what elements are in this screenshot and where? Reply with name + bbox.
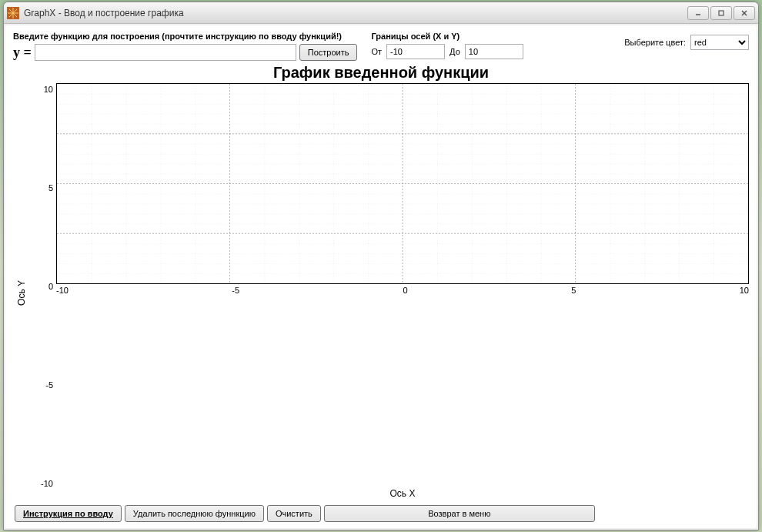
from-label: От [371, 47, 382, 56]
x-tick: 0 [403, 286, 408, 485]
x-axis-label: Ось X [56, 488, 749, 499]
y-tick: 0 [48, 282, 53, 291]
axis-block: Границы осей (X и Y) От До [371, 32, 523, 59]
x-tick: -10 [56, 286, 69, 485]
x-tick: 5 [571, 286, 576, 485]
footer-buttons: Инструкция по вводу Удалить последнюю фу… [13, 502, 749, 524]
y-tick-labels: 10 5 0 -5 -10 [28, 85, 56, 488]
window-title: GraphX - Ввод и построение графика [24, 8, 184, 18]
build-button[interactable]: Построить [299, 44, 358, 61]
x-tick-labels: -10 -5 0 5 10 [56, 284, 749, 487]
instructions-button[interactable]: Инструкция по вводу [15, 505, 122, 522]
delete-last-button[interactable]: Удалить последнюю фуннкцию [125, 505, 264, 522]
y-equals-label: y = [13, 45, 32, 61]
chart-title: График введенной функции [13, 64, 749, 82]
svg-rect-5 [719, 11, 724, 15]
y-tick: -10 [41, 479, 53, 488]
to-label: До [450, 47, 460, 56]
function-input[interactable] [35, 44, 296, 61]
minimize-button[interactable] [687, 6, 709, 20]
clear-button[interactable]: Очистить [267, 505, 321, 522]
function-label: Введите функцию для построения (прочтите… [13, 32, 357, 41]
top-controls-row: Введите функцию для построения (прочтите… [13, 32, 749, 61]
y-tick: -5 [45, 380, 53, 390]
color-block: Выберите цвет: red [624, 32, 749, 50]
app-window: GraphX - Ввод и построение графика Введи… [3, 2, 759, 530]
titlebar[interactable]: GraphX - Ввод и построение графика [4, 2, 758, 24]
x-tick: 10 [740, 286, 749, 485]
to-input[interactable] [465, 44, 523, 59]
app-icon [7, 7, 19, 19]
chart-area: Ось Y 10 5 0 -5 -10 [15, 83, 749, 502]
axis-bounds-label: Границы осей (X и Y) [371, 32, 523, 41]
color-select[interactable]: red [690, 35, 749, 50]
y-axis-label: Ось Y [15, 280, 28, 306]
window-controls [687, 6, 755, 20]
color-label: Выберите цвет: [624, 38, 686, 47]
x-tick: -5 [232, 286, 239, 485]
y-tick: 5 [48, 183, 53, 192]
plot-area[interactable] [56, 83, 749, 284]
close-button[interactable] [734, 6, 755, 20]
content-area: Введите функцию для построения (прочтите… [5, 25, 757, 528]
from-input[interactable] [386, 44, 445, 59]
grid-icon [57, 84, 748, 283]
y-tick: 10 [44, 85, 53, 94]
svg-rect-8 [57, 84, 748, 283]
maximize-button[interactable] [710, 6, 732, 20]
function-block: Введите функцию для построения (прочтите… [13, 32, 357, 61]
back-to-menu-button[interactable]: Возврат в меню [324, 505, 595, 522]
